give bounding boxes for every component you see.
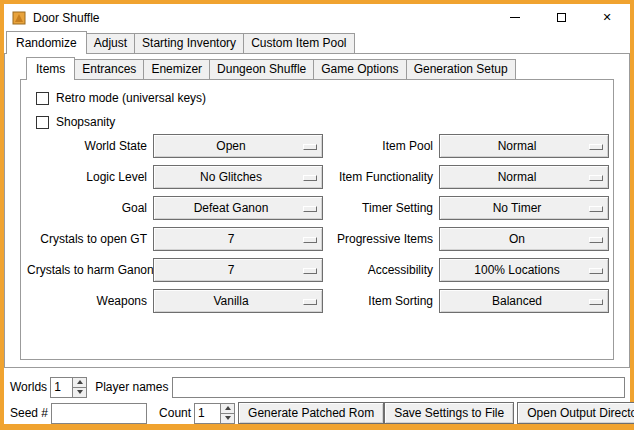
- goal-label: Goal: [27, 196, 147, 220]
- tab-items[interactable]: Items: [26, 57, 75, 80]
- item-functionality-value: Normal: [498, 170, 537, 184]
- arrow-up-icon: [77, 380, 83, 384]
- item-pool-dropdown[interactable]: Normal: [439, 134, 609, 158]
- tab-randomize[interactable]: Randomize: [6, 31, 87, 54]
- inner-tab-bar: Items Entrances Enemizer Dungeon Shuffle…: [20, 57, 614, 79]
- item-sorting-dropdown[interactable]: Balanced: [439, 289, 609, 313]
- worlds-row: Worlds Player names: [10, 376, 625, 398]
- seed-label: Seed #: [10, 406, 48, 420]
- dropdown-indicator-icon: [303, 144, 317, 150]
- tab-starting-inventory[interactable]: Starting Inventory: [134, 33, 244, 53]
- count-label: Count: [159, 406, 191, 420]
- progressive-items-label: Progressive Items: [329, 227, 433, 251]
- count-spin-down-button[interactable]: [220, 414, 235, 424]
- tab-entrances[interactable]: Entrances: [74, 59, 144, 79]
- dropdown-indicator-icon: [589, 206, 603, 212]
- close-button[interactable]: ✕: [584, 4, 630, 31]
- logic-level-value: No Glitches: [200, 170, 262, 184]
- retro-mode-checkbox[interactable]: [36, 92, 49, 105]
- count-input[interactable]: [194, 403, 220, 424]
- world-state-label: World State: [27, 134, 147, 158]
- titlebar: Door Shuffle ✕: [4, 4, 630, 31]
- arrow-down-icon: [225, 416, 231, 420]
- crystals-gt-value: 7: [228, 232, 235, 246]
- crystals-gt-dropdown[interactable]: 7: [153, 227, 323, 251]
- arrow-down-icon: [77, 390, 83, 394]
- bottom-bar: Worlds Player names Seed #: [4, 368, 630, 424]
- world-state-dropdown[interactable]: Open: [153, 134, 323, 158]
- items-tab-panel: Retro mode (universal keys) Shopsanity W…: [20, 79, 614, 360]
- item-functionality-dropdown[interactable]: Normal: [439, 165, 609, 189]
- item-pool-label: Item Pool: [329, 134, 433, 158]
- tab-enemizer[interactable]: Enemizer: [143, 59, 210, 79]
- weapons-label: Weapons: [27, 289, 147, 313]
- player-names-input[interactable]: [172, 377, 626, 398]
- worlds-label: Worlds: [10, 380, 47, 394]
- dropdown-indicator-icon: [589, 175, 603, 181]
- shopsanity-label: Shopsanity: [56, 115, 115, 129]
- dropdown-indicator-icon: [303, 268, 317, 274]
- item-pool-value: Normal: [498, 139, 537, 153]
- dropdown-indicator-icon: [589, 237, 603, 243]
- tab-adjust[interactable]: Adjust: [86, 33, 135, 53]
- worlds-spinbox: [50, 377, 87, 398]
- player-names-label: Player names: [95, 380, 168, 394]
- window-inner: Door Shuffle ✕ Randomize Adjust Starting…: [4, 4, 630, 424]
- maximize-icon: [557, 13, 566, 22]
- weapons-value: Vanilla: [213, 294, 248, 308]
- arrow-up-icon: [225, 406, 231, 410]
- weapons-dropdown[interactable]: Vanilla: [153, 289, 323, 313]
- goal-dropdown[interactable]: Defeat Ganon: [153, 196, 323, 220]
- shopsanity-row: Shopsanity: [36, 110, 609, 134]
- progressive-items-dropdown[interactable]: On: [439, 227, 609, 251]
- maximize-button[interactable]: [538, 4, 584, 31]
- accessibility-value: 100% Locations: [474, 263, 559, 277]
- item-functionality-label: Item Functionality: [329, 165, 433, 189]
- retro-mode-row: Retro mode (universal keys): [36, 86, 609, 110]
- logic-level-dropdown[interactable]: No Glitches: [153, 165, 323, 189]
- timer-setting-value: No Timer: [493, 201, 542, 215]
- dropdown-indicator-icon: [589, 268, 603, 274]
- tab-generation-setup[interactable]: Generation Setup: [406, 59, 516, 79]
- crystals-gt-label: Crystals to open GT: [27, 227, 147, 251]
- accessibility-label: Accessibility: [329, 258, 433, 282]
- crystals-ganon-value: 7: [228, 263, 235, 277]
- outer-tab-bar: Randomize Adjust Starting Inventory Cust…: [4, 31, 630, 53]
- window: Door Shuffle ✕ Randomize Adjust Starting…: [0, 0, 634, 430]
- seed-input[interactable]: [51, 403, 147, 424]
- count-spin-up-button[interactable]: [220, 403, 235, 414]
- item-sorting-value: Balanced: [492, 294, 542, 308]
- randomize-tab-panel: Items Entrances Enemizer Dungeon Shuffle…: [4, 53, 630, 368]
- tab-game-options[interactable]: Game Options: [313, 59, 406, 79]
- window-title: Door Shuffle: [33, 11, 100, 25]
- item-sorting-label: Item Sorting: [329, 289, 433, 313]
- app-icon: [11, 10, 27, 26]
- world-state-value: Open: [216, 139, 245, 153]
- tab-dungeon-shuffle[interactable]: Dungeon Shuffle: [209, 59, 314, 79]
- goal-value: Defeat Ganon: [194, 201, 269, 215]
- client-area: Randomize Adjust Starting Inventory Cust…: [4, 31, 630, 424]
- accessibility-dropdown[interactable]: 100% Locations: [439, 258, 609, 282]
- timer-setting-dropdown[interactable]: No Timer: [439, 196, 609, 220]
- generate-patched-rom-button[interactable]: Generate Patched Rom: [238, 402, 384, 424]
- worlds-spin-up-button[interactable]: [72, 377, 87, 388]
- seed-row: Seed # Count Generate Patched Rom: [10, 402, 625, 424]
- window-controls: ✕: [492, 4, 630, 31]
- minimize-button[interactable]: [492, 4, 538, 31]
- crystals-ganon-dropdown[interactable]: 7: [153, 258, 323, 282]
- dropdown-indicator-icon: [303, 237, 317, 243]
- dropdown-indicator-icon: [303, 175, 317, 181]
- save-settings-button[interactable]: Save Settings to File: [384, 402, 514, 424]
- shopsanity-checkbox[interactable]: [36, 116, 49, 129]
- tab-custom-item-pool[interactable]: Custom Item Pool: [243, 33, 354, 53]
- timer-setting-label: Timer Setting: [329, 196, 433, 220]
- count-spinbox: [194, 403, 235, 424]
- minimize-icon: [510, 17, 520, 18]
- worlds-spin-down-button[interactable]: [72, 388, 87, 398]
- dropdown-indicator-icon: [303, 206, 317, 212]
- close-icon: ✕: [602, 12, 611, 23]
- open-output-directory-button[interactable]: Open Output Directory: [517, 402, 634, 424]
- dropdown-indicator-icon: [303, 299, 317, 305]
- worlds-input[interactable]: [50, 377, 72, 398]
- dropdown-indicator-icon: [589, 299, 603, 305]
